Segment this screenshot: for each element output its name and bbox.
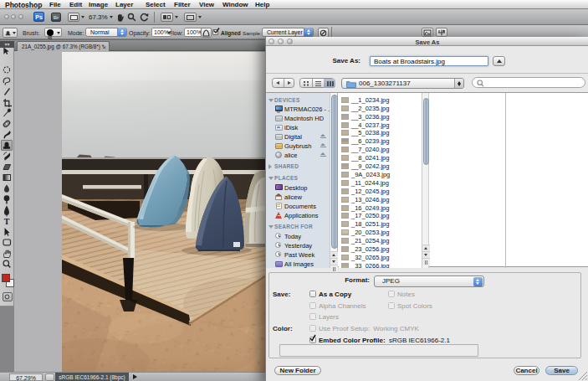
svg-text:T: T (4, 217, 10, 226)
